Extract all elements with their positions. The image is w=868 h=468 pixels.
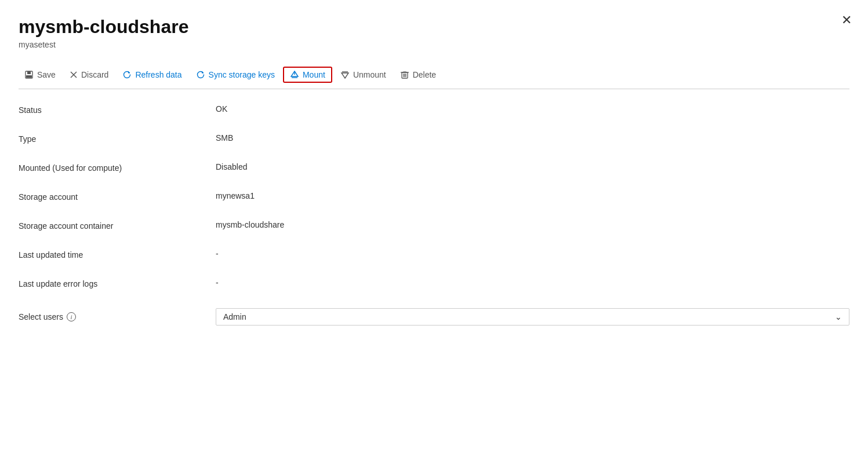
- save-button[interactable]: Save: [19, 67, 61, 83]
- save-icon: [24, 70, 34, 79]
- delete-icon: [400, 70, 409, 79]
- refresh-label: Refresh data: [135, 70, 181, 79]
- chevron-down-icon: ⌄: [835, 312, 842, 321]
- field-row-storage-container: Storage account container mysmb-cloudsha…: [19, 211, 849, 240]
- refresh-icon: [122, 70, 132, 79]
- sync-icon: [196, 70, 205, 79]
- mount-button[interactable]: Mount: [283, 67, 332, 83]
- field-label-mounted: Mounted (Used for compute): [19, 162, 216, 173]
- unmount-button[interactable]: Unmount: [335, 67, 392, 83]
- select-users-dropdown[interactable]: Admin ⌄: [216, 308, 849, 326]
- field-row-status: Status OK: [19, 95, 849, 124]
- field-label-last-updated: Last updated time: [19, 249, 216, 259]
- sync-label: Sync storage keys: [209, 70, 275, 79]
- close-icon: ✕: [841, 13, 852, 27]
- delete-label: Delete: [413, 70, 436, 79]
- field-label-storage-container: Storage account container: [19, 220, 216, 231]
- field-label-storage-account: Storage account: [19, 191, 216, 202]
- field-label-status: Status: [19, 104, 216, 115]
- field-value-mounted: Disabled: [216, 162, 849, 171]
- save-label: Save: [37, 70, 56, 79]
- field-value-storage-container: mysmb-cloudshare: [216, 220, 849, 229]
- select-users-value: Admin: [223, 312, 246, 321]
- close-button[interactable]: ✕: [841, 14, 852, 27]
- mount-label: Mount: [303, 70, 325, 79]
- field-row-type: Type SMB: [19, 124, 849, 153]
- field-value-last-updated: -: [216, 249, 849, 258]
- panel-subtitle: myasetest: [19, 40, 849, 49]
- field-value-type: SMB: [216, 133, 849, 142]
- field-row-last-updated: Last updated time -: [19, 240, 849, 269]
- field-row-error-logs: Last update error logs -: [19, 269, 849, 298]
- unmount-icon: [340, 70, 350, 79]
- discard-label: Discard: [81, 70, 108, 79]
- discard-icon: [70, 71, 78, 79]
- field-label-error-logs: Last update error logs: [19, 278, 216, 288]
- unmount-label: Unmount: [353, 70, 386, 79]
- select-users-text: Select users: [19, 312, 63, 321]
- select-users-label: Select users i: [19, 312, 216, 321]
- select-users-info-icon: i: [67, 312, 76, 321]
- discard-button[interactable]: Discard: [64, 67, 114, 83]
- field-row-mounted: Mounted (Used for compute) Disabled: [19, 153, 849, 182]
- svg-marker-8: [342, 73, 348, 78]
- sync-button[interactable]: Sync storage keys: [190, 67, 281, 83]
- field-value-status: OK: [216, 104, 849, 114]
- panel-title: mysmb-cloudshare: [19, 16, 849, 38]
- field-value-storage-account: mynewsa1: [216, 191, 849, 200]
- panel: ✕ mysmb-cloudshare myasetest Save: [0, 0, 868, 468]
- field-label-type: Type: [19, 133, 216, 144]
- delete-button[interactable]: Delete: [394, 67, 442, 83]
- field-value-error-logs: -: [216, 278, 849, 287]
- mount-icon: [290, 70, 299, 79]
- select-users-row: Select users i Admin ⌄: [19, 298, 849, 331]
- field-row-storage-account: Storage account mynewsa1: [19, 182, 849, 211]
- refresh-button[interactable]: Refresh data: [117, 67, 187, 83]
- content-area: Status OK Type SMB Mounted (Used for com…: [19, 89, 849, 337]
- toolbar: Save Discard Refresh data: [19, 61, 849, 89]
- svg-rect-2: [26, 75, 32, 78]
- svg-rect-1: [27, 71, 31, 74]
